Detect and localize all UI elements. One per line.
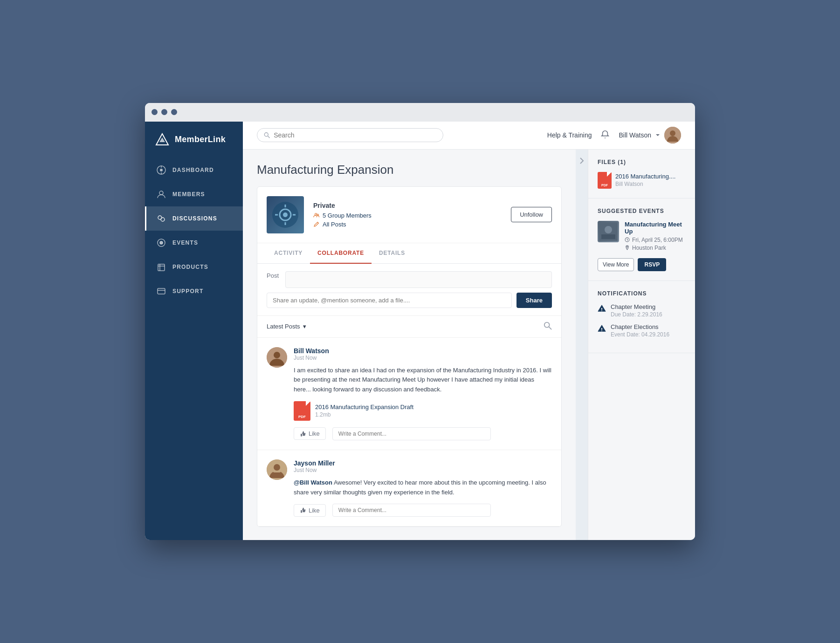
posts-dropdown-icon: ▾ (303, 323, 306, 330)
post-actions: Like (294, 427, 552, 440)
notifications-bell[interactable] (601, 130, 609, 140)
latest-posts-dropdown[interactable]: Latest Posts ▾ (267, 323, 306, 330)
help-training-link[interactable]: Help & Training (547, 131, 592, 139)
user-name: Bill Watson (619, 131, 651, 139)
suggested-events-section: SUGGESTED EVENTS (588, 198, 695, 281)
members-count-text: 5 Group Members (323, 212, 372, 219)
svg-point-10 (160, 241, 163, 244)
chevron-down-icon (655, 132, 661, 138)
file-size: 1.2mb (315, 411, 413, 418)
post-type-selector[interactable] (285, 271, 552, 288)
view-more-button[interactable]: View More (598, 258, 634, 271)
svg-point-3 (160, 169, 163, 171)
posts-toolbar: Latest Posts ▾ (257, 316, 561, 338)
main-area: Help & Training Bill Watson (243, 122, 695, 540)
group-type: Private (313, 202, 502, 209)
like-button[interactable]: Like (294, 427, 326, 440)
tab-details[interactable]: DETAILS (372, 243, 413, 264)
post-content: Jayson Miller Just Now @Bill Watson Awes… (294, 459, 552, 517)
user-menu[interactable]: Bill Watson (619, 127, 681, 144)
avatar (267, 459, 287, 480)
clock-icon (625, 237, 630, 242)
files-section-title: FILES (1) (598, 159, 686, 165)
list-item: Chapter Elections Event Date: 04.29.2016 (598, 323, 686, 338)
event-thumbnail (599, 222, 618, 241)
like-button[interactable]: Like (294, 504, 326, 517)
dashboard-label: DASHBOARD (172, 167, 214, 173)
mention-tag[interactable]: @Bill Watson (294, 479, 332, 486)
group-tabs: ACTIVITY COLLABORATE DETAILS (257, 243, 561, 264)
file-attachment[interactable]: PDF 2016 Manufacturing Expansion Draft 1… (294, 401, 552, 421)
support-icon (157, 287, 166, 296)
search-icon (264, 132, 270, 138)
bell-icon (601, 130, 609, 138)
pencil-icon (313, 221, 320, 227)
panel-toggle[interactable] (576, 150, 588, 540)
svg-point-38 (605, 226, 612, 233)
post-label-row: Post (267, 271, 552, 288)
svg-point-6 (159, 191, 163, 195)
close-dot[interactable] (151, 109, 158, 115)
alert-icon (598, 324, 606, 335)
group-posts-link[interactable]: All Posts (313, 221, 502, 228)
table-row: Jayson Miller Just Now @Bill Watson Awes… (257, 450, 561, 527)
search-posts-icon (544, 322, 552, 330)
share-button[interactable]: Share (516, 293, 552, 308)
post-author[interactable]: Bill Watson (294, 347, 552, 355)
members-icon (157, 190, 166, 199)
tab-collaborate[interactable]: COLLABORATE (310, 243, 372, 264)
share-input[interactable] (267, 293, 512, 308)
sidebar-item-discussions[interactable]: DISCUSSIONS (145, 206, 243, 231)
unfollow-button[interactable]: Unfollow (511, 207, 552, 222)
tab-activity[interactable]: ACTIVITY (267, 243, 310, 264)
post-author[interactable]: Jayson Miller (294, 459, 552, 467)
comment-input[interactable] (332, 504, 491, 517)
post-time: Just Now (294, 467, 552, 473)
event-location-text: Houston Park (632, 245, 666, 251)
comment-input[interactable] (332, 427, 491, 440)
rsvp-button[interactable]: RSVP (638, 258, 666, 271)
sidebar-item-members[interactable]: MEMBERS (145, 182, 243, 206)
avatar (664, 127, 681, 144)
event-info: Manufacturing Meet Up Fri, April 25, 6:0… (625, 221, 686, 253)
notif-detail: Due Date: 2.29.2016 (611, 311, 662, 318)
file-item-name[interactable]: 2016 Manufacturing.... (615, 173, 675, 180)
chevron-right-icon (579, 157, 584, 164)
svg-point-30 (544, 322, 550, 327)
jayson-avatar-image (267, 459, 287, 480)
list-item: PDF 2016 Manufacturing.... Bill Watson (598, 172, 686, 189)
sidebar-item-events[interactable]: EVENTS (145, 231, 243, 255)
topbar-right: Help & Training Bill Watson (547, 127, 681, 144)
notification-content: Chapter Meeting Due Date: 2.29.2016 (611, 303, 662, 318)
members-label: MEMBERS (172, 191, 205, 198)
search-input[interactable] (274, 131, 436, 139)
sidebar-item-dashboard[interactable]: DASHBOARD (145, 158, 243, 182)
event-date-text: Fri, April 25, 6:00PM (632, 237, 683, 243)
post-actions: Like (294, 504, 552, 517)
svg-line-31 (549, 327, 551, 329)
maximize-dot[interactable] (171, 109, 177, 115)
event-title[interactable]: Manufacturing Meet Up (625, 221, 686, 235)
svg-point-35 (274, 464, 280, 471)
group-members[interactable]: 5 Group Members (313, 212, 502, 219)
sidebar-item-products[interactable]: PRODUCTS (145, 255, 243, 279)
post-label: Post (267, 271, 281, 279)
group-card: Private 5 (257, 186, 562, 527)
event-image (598, 221, 619, 242)
all-posts-text: All Posts (323, 221, 346, 228)
logo[interactable]: MemberLink (145, 122, 243, 158)
like-label: Like (309, 507, 320, 514)
files-section: FILES (1) PDF 2016 Manufacturing.... Bil… (588, 150, 695, 198)
logo-text: MemberLink (175, 135, 226, 144)
minimize-dot[interactable] (161, 109, 167, 115)
topbar: Help & Training Bill Watson (243, 122, 695, 150)
svg-point-23 (283, 212, 288, 217)
page-title: Manufacturing Expansion (257, 163, 562, 177)
posts-search-icon[interactable] (544, 322, 552, 332)
sidebar-item-support[interactable]: SUPPORT (145, 279, 243, 303)
list-item: Chapter Meeting Due Date: 2.29.2016 (598, 303, 686, 318)
avatar-image (664, 127, 681, 144)
svg-rect-14 (158, 288, 165, 294)
search-box[interactable] (257, 128, 443, 142)
svg-point-33 (274, 352, 280, 358)
